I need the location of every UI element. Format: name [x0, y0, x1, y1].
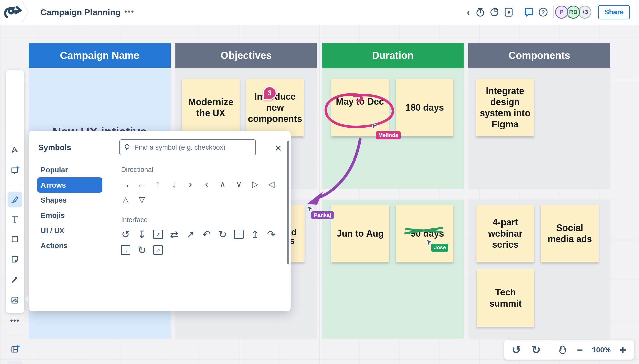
- note-card-tool-icon[interactable]: [6, 252, 24, 266]
- pie-timer-icon[interactable]: [487, 5, 501, 19]
- symbol-arrow-down[interactable]: ↓: [166, 176, 182, 192]
- controls-divider: [550, 343, 550, 357]
- add-emoji-icon[interactable]: [6, 362, 24, 364]
- symbol-triangle-up[interactable]: △: [118, 192, 134, 208]
- add-frame-icon[interactable]: [6, 342, 24, 356]
- column-label: Objectives: [221, 50, 272, 61]
- zoom-out-icon[interactable]: −: [571, 340, 589, 360]
- zoom-in-icon[interactable]: +: [614, 340, 632, 360]
- canvas-controls-bar: ↺ ↻ − 100% +: [504, 340, 634, 360]
- category-actions[interactable]: Actions: [37, 238, 102, 253]
- comment-pin-badge[interactable]: 3: [263, 86, 277, 100]
- header-divider: [519, 6, 519, 18]
- close-icon[interactable]: ×: [275, 142, 282, 154]
- category-arrows[interactable]: Arrows: [37, 177, 102, 193]
- shape-tool-icon[interactable]: [6, 232, 24, 246]
- symbol-triangle-down[interactable]: ▽: [134, 192, 150, 208]
- collaborator-cursor-melinda: Melinda: [371, 122, 379, 130]
- redo-icon[interactable]: ↻: [526, 340, 546, 360]
- present-play-icon[interactable]: [501, 5, 516, 19]
- symbol-external-link-2[interactable]: ↗: [150, 242, 166, 258]
- comments-icon[interactable]: [522, 5, 536, 19]
- symbol-trending-up[interactable]: ↗: [182, 226, 198, 242]
- column-label: Campaign Name: [60, 50, 139, 61]
- sticky-note-90-days[interactable]: ~90 days: [396, 205, 453, 262]
- sticky-note-social-media-ads[interactable]: Social media ads: [541, 205, 599, 262]
- app-logo[interactable]: [0, 0, 30, 24]
- sticky-note-modernize-ux[interactable]: Modernize the UX: [182, 79, 240, 136]
- note-text: Social media ads: [543, 222, 596, 245]
- column-header-duration[interactable]: Duration: [322, 43, 464, 68]
- note-text: ~90 days: [405, 228, 444, 239]
- symbol-triangle-left[interactable]: ◁: [263, 176, 279, 192]
- pen-tool-icon[interactable]: [6, 193, 24, 207]
- section-label-directional: Directional: [121, 166, 282, 174]
- category-popular[interactable]: Popular: [37, 162, 102, 177]
- collapse-toolbar-icon[interactable]: ‹: [463, 8, 473, 16]
- symbol-sync[interactable]: ↻: [215, 226, 231, 242]
- symbol-chevron-up[interactable]: ∧: [215, 176, 231, 192]
- app-header: Campaign Planning ••• ‹ ? P RB +3 Share: [0, 0, 639, 25]
- symbol-arrow-left[interactable]: ←: [134, 176, 150, 192]
- symbol-refresh-cycle[interactable]: ↺: [118, 226, 134, 242]
- symbol-external-link[interactable]: ↗: [150, 226, 166, 242]
- category-shapes[interactable]: Shapes: [37, 193, 102, 208]
- document-title[interactable]: Campaign Planning: [40, 0, 121, 24]
- note-text: Jun to Aug: [337, 228, 384, 239]
- sticky-note-tech-summit[interactable]: Tech summit: [477, 269, 534, 327]
- symbol-arrow-up[interactable]: ↑: [150, 176, 166, 192]
- symbol-download-tray[interactable]: ↧: [134, 226, 150, 242]
- avatar-overflow[interactable]: +3: [578, 6, 591, 19]
- collaborator-cursor-pankaj: Pankaj: [306, 205, 314, 213]
- title-menu-button[interactable]: •••: [124, 0, 135, 23]
- note-text: Modernize the UX: [185, 97, 237, 119]
- cursor-name-label: Jose: [431, 244, 448, 252]
- header-divider: [553, 6, 554, 18]
- symbol-chevron-right[interactable]: ›: [182, 176, 198, 192]
- column-header-components[interactable]: Components: [468, 43, 610, 68]
- symbol-upload-tray[interactable]: ↥: [247, 226, 263, 242]
- symbol-file-upload[interactable]: ↑: [231, 226, 247, 242]
- add-sticky-note-icon[interactable]: [6, 163, 24, 177]
- help-icon[interactable]: ?: [536, 5, 550, 19]
- sticky-note-180-days[interactable]: 180 days: [396, 79, 453, 136]
- symbol-search-box[interactable]: [119, 139, 256, 155]
- category-ui-ux[interactable]: UI / UX: [37, 223, 102, 238]
- pan-hand-icon[interactable]: [553, 340, 571, 360]
- category-emojis[interactable]: Emojis: [37, 208, 102, 223]
- avatar[interactable]: RB: [567, 6, 580, 19]
- more-dots: •••: [10, 316, 20, 325]
- symbol-triangle-right[interactable]: ▷: [247, 176, 263, 192]
- more-tools-icon[interactable]: •••: [6, 313, 24, 328]
- symbol-chevron-left[interactable]: ‹: [198, 176, 215, 192]
- symbol-redo[interactable]: ↷: [263, 226, 279, 242]
- panel-scrollbar[interactable]: [287, 141, 289, 264]
- timer-icon[interactable]: [473, 5, 487, 19]
- symbol-swap-horizontal[interactable]: ⇄: [166, 226, 182, 242]
- cursor-pointer-icon: [371, 122, 379, 130]
- select-tool-icon[interactable]: [6, 143, 24, 157]
- column-header-objectives[interactable]: Objectives: [175, 43, 317, 68]
- undo-icon[interactable]: ↺: [507, 340, 526, 360]
- sticky-note-webinar-series[interactable]: 4-part webinar series: [476, 205, 534, 262]
- symbol-arrow-right[interactable]: →: [118, 176, 134, 192]
- text-tool-icon[interactable]: [6, 212, 24, 226]
- column-header-campaign-name[interactable]: Campaign Name: [29, 43, 171, 68]
- symbol-sign-in[interactable]: →: [118, 242, 134, 258]
- zoom-level-value[interactable]: 100%: [589, 346, 614, 354]
- sticky-note-integrate-figma[interactable]: Integrate design system into Figma: [476, 79, 534, 136]
- cursor-name-label: Melinda: [376, 131, 401, 139]
- sticky-note-introduce-components[interactable]: Introduce new components: [246, 79, 304, 136]
- image-tool-icon[interactable]: [6, 293, 24, 307]
- search-icon: [124, 144, 131, 151]
- sticky-note-jun-to-aug[interactable]: Jun to Aug: [331, 205, 389, 262]
- symbol-sync-check[interactable]: ↻: [134, 242, 150, 258]
- share-button[interactable]: Share: [598, 5, 630, 19]
- line-arrow-tool-icon[interactable]: [6, 272, 24, 287]
- symbol-search-input[interactable]: [134, 143, 255, 152]
- symbol-chevron-down[interactable]: ∨: [231, 176, 247, 192]
- avatar[interactable]: P: [555, 6, 568, 19]
- symbols-panel-title: Symbols: [38, 143, 71, 152]
- symbol-history[interactable]: ↶: [198, 226, 215, 242]
- sticky-note-may-to-dec[interactable]: May to Dec: [331, 79, 389, 136]
